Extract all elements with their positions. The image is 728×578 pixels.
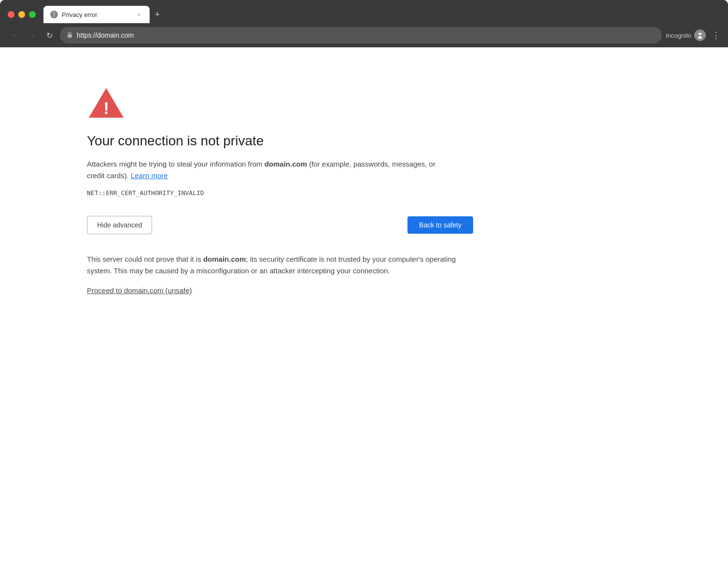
incognito-icon [694, 29, 706, 41]
maximize-window-button[interactable] [29, 11, 36, 18]
incognito-button[interactable]: Incognito [666, 29, 706, 41]
proceed-link[interactable]: Proceed to domain.com (unsafe) [87, 286, 192, 295]
forward-button[interactable]: → [25, 28, 39, 42]
error-title: Your connection is not private [87, 133, 473, 149]
advanced-text: This server could not prove that it is d… [87, 254, 463, 277]
close-window-button[interactable] [8, 11, 14, 18]
svg-text:!: ! [103, 99, 109, 117]
advanced-domain: domain.com [203, 255, 246, 263]
address-bar[interactable]: https://domain.com [60, 27, 662, 43]
menu-button[interactable]: ⋮ [712, 30, 720, 41]
active-tab[interactable]: ! Privacy error × [43, 6, 150, 23]
tab-close-button[interactable]: × [135, 11, 143, 18]
advanced-text-part1: This server could not prove that it is [87, 255, 203, 263]
reload-button[interactable]: ↻ [42, 28, 56, 42]
toolbar: ← → ↻ https://domain.com Incognito [0, 23, 728, 47]
browser-actions: Incognito ⋮ [666, 29, 720, 41]
description-part1: Attackers might be trying to steal your … [87, 160, 265, 168]
learn-more-link[interactable]: Learn more [131, 171, 168, 180]
back-to-safety-button[interactable]: Back to safety [407, 216, 473, 234]
error-description: Attackers might be trying to steal your … [87, 158, 454, 182]
url-text: https://domain.com [77, 31, 134, 39]
error-code: NET::ERR_CERT_AUTHORITY_INVALID [87, 189, 473, 197]
minimize-window-button[interactable] [18, 11, 25, 18]
new-tab-button[interactable]: + [151, 8, 164, 21]
button-row: Hide advanced Back to safety [87, 216, 473, 234]
lock-icon [67, 31, 73, 39]
tab-title: Privacy error [62, 11, 131, 18]
incognito-label: Incognito [666, 32, 691, 39]
tab-favicon: ! [50, 11, 58, 18]
warning-icon: ! [87, 86, 473, 122]
back-button[interactable]: ← [8, 28, 21, 42]
svg-point-3 [699, 33, 701, 35]
hide-advanced-button[interactable]: Hide advanced [87, 216, 152, 234]
error-domain: domain.com [265, 160, 307, 168]
svg-point-4 [698, 36, 702, 39]
title-bar: ! Privacy error × + [0, 0, 728, 23]
browser-frame: ! Privacy error × + ← → ↻ https://domain… [0, 0, 728, 47]
error-container: ! Your connection is not private Attacke… [87, 86, 473, 295]
svg-text:!: ! [54, 12, 55, 17]
tab-bar: ! Privacy error × + [43, 6, 720, 23]
svg-rect-2 [68, 34, 72, 38]
traffic-lights [8, 11, 36, 18]
page-content: ! Your connection is not private Attacke… [0, 47, 728, 577]
